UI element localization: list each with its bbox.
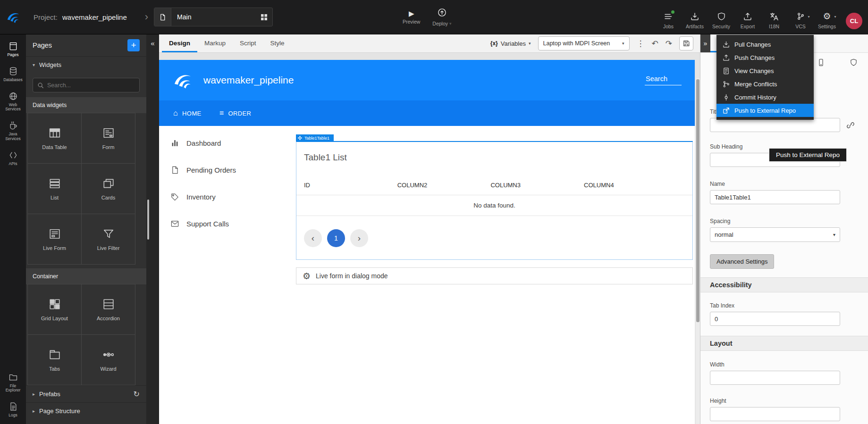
collapse-right-panel-button[interactable]: »: [700, 34, 710, 52]
deploy-button[interactable]: Deploy▾: [432, 8, 451, 26]
database-icon: [8, 67, 18, 76]
widget-data-table[interactable]: Data Table: [27, 113, 82, 164]
rail-item-apis[interactable]: APIs: [0, 148, 26, 169]
name-input[interactable]: [710, 190, 840, 204]
widget-tabs[interactable]: Tabs: [27, 334, 82, 385]
i18n-button[interactable]: I18N: [762, 12, 786, 29]
spacing-select[interactable]: normal ▾: [710, 227, 840, 242]
liveform-label: Live form in dialog mode: [316, 272, 388, 280]
tab-script[interactable]: Script: [233, 34, 263, 52]
collapse-left-panel-button[interactable]: «: [146, 37, 159, 49]
rail-item-pages[interactable]: Pages: [0, 39, 26, 60]
bind-link-icon[interactable]: [846, 121, 854, 129]
widget-search-input[interactable]: [47, 82, 135, 89]
tabs-icon: [49, 349, 61, 361]
rail-item-web-services[interactable]: Web Services: [0, 89, 26, 115]
more-options-button[interactable]: ⋮: [637, 40, 645, 48]
advanced-settings-button[interactable]: Advanced Settings: [710, 254, 774, 269]
tab-design[interactable]: Design: [162, 34, 197, 52]
current-page-name: Main: [177, 13, 261, 21]
rail-item-file-explorer[interactable]: File Explorer: [0, 370, 26, 396]
column-header[interactable]: ID: [304, 182, 397, 189]
menu-commit-history[interactable]: Commit History: [716, 91, 814, 104]
panel-title: Pages: [33, 42, 52, 49]
widget-accordion[interactable]: Accordion: [81, 284, 135, 335]
design-surface[interactable]: wavemaker_pipeline Search ⌂ HOME ≡ ORDER: [159, 60, 695, 424]
menu-merge-conflicts[interactable]: Merge Conflicts: [716, 77, 814, 91]
widget-grid-layout[interactable]: Grid Layout: [27, 284, 82, 335]
menu-pull-changes[interactable]: Pull Changes: [716, 38, 814, 51]
save-button[interactable]: [679, 36, 693, 50]
page-1-button[interactable]: 1: [327, 229, 345, 247]
widget-wizard[interactable]: Wizard: [81, 334, 135, 385]
vcs-dropdown-menu: Pull Changes Push Changes View Changes M…: [716, 35, 814, 120]
next-page-button[interactable]: ›: [350, 229, 368, 247]
column-header[interactable]: COLUMN4: [584, 182, 677, 189]
undo-button[interactable]: ↶: [652, 40, 658, 48]
pull-icon: [723, 41, 730, 48]
page-selector[interactable]: Main: [154, 8, 273, 26]
wizard-icon: [102, 349, 115, 361]
app-search-link[interactable]: Search: [645, 75, 682, 85]
menu-push-to-external-repo[interactable]: Push to External Repo: [716, 104, 814, 117]
widget-search: [33, 78, 140, 92]
sidenav-pending-orders[interactable]: Pending Orders: [159, 157, 283, 183]
add-page-button[interactable]: +: [127, 39, 140, 51]
nav-home[interactable]: ⌂ HOME: [173, 109, 202, 117]
liveform-widget[interactable]: ⚙ Live form in dialog mode: [296, 267, 693, 284]
title-input[interactable]: [710, 118, 840, 132]
widget-live-form[interactable]: Live Form: [27, 214, 82, 265]
user-avatar[interactable]: CL: [846, 13, 862, 29]
shield-icon[interactable]: [850, 58, 858, 67]
prefabs-accordion[interactable]: ▸ Prefabs ↻: [26, 385, 146, 402]
security-button[interactable]: Security: [709, 12, 733, 29]
rail-item-databases[interactable]: Databases: [0, 64, 26, 85]
app-side-nav: Dashboard Pending Orders I: [159, 126, 283, 284]
nav-order[interactable]: ≡ ORDER: [219, 109, 252, 117]
export-button[interactable]: Export: [735, 12, 760, 29]
settings-button[interactable]: ⚙ ▾ Settings: [815, 12, 839, 29]
mobile-device-icon[interactable]: [817, 58, 825, 67]
widget-live-filter[interactable]: Live Filter: [81, 214, 135, 265]
list-icon: [49, 177, 61, 190]
selected-widget-tag[interactable]: Table1Table1: [296, 134, 334, 141]
device-select[interactable]: Laptop with MDPI Screen ▾: [538, 36, 630, 50]
column-header[interactable]: COLUMN3: [490, 182, 584, 189]
sidenav-inventory[interactable]: Inventory: [159, 183, 283, 210]
widget-list[interactable]: List: [27, 163, 82, 214]
menu-view-changes[interactable]: View Changes: [716, 64, 814, 77]
vcs-button[interactable]: ▾ VCS: [788, 12, 813, 29]
preview-button[interactable]: ▶ Preview: [403, 10, 420, 25]
height-input[interactable]: [710, 407, 840, 421]
deploy-icon: [438, 8, 447, 19]
rail-item-logs[interactable]: Logs: [0, 399, 26, 420]
sidenav-support-calls[interactable]: Support Calls: [159, 210, 283, 237]
canvas-scrollbar[interactable]: [696, 78, 700, 424]
width-input[interactable]: [710, 371, 840, 385]
pages-icon: [8, 42, 18, 51]
widget-c ards[interactable]: Cards: [81, 163, 135, 214]
tabindex-input[interactable]: [710, 312, 840, 326]
jobs-button[interactable]: Jobs: [656, 12, 681, 29]
variables-label: Variables: [501, 40, 526, 47]
variables-button[interactable]: {x} Variables ▾: [490, 40, 531, 47]
page-structure-accordion[interactable]: ▸ Page Structure: [26, 402, 146, 419]
wavemaker-logo-icon[interactable]: [0, 0, 26, 34]
page-grid-icon[interactable]: [261, 14, 267, 20]
variables-icon: {x}: [490, 40, 498, 47]
widget-form[interactable]: Form: [81, 113, 135, 164]
prev-page-button[interactable]: ‹: [304, 229, 322, 247]
rail-item-java-services[interactable]: Java Services: [0, 118, 26, 144]
sidenav-dashboard[interactable]: Dashboard: [159, 130, 283, 157]
column-header[interactable]: COLUMN2: [397, 182, 491, 189]
artifacts-button[interactable]: Artifacts: [683, 12, 707, 29]
menu-push-changes[interactable]: Push Changes: [716, 51, 814, 64]
tab-style[interactable]: Style: [263, 34, 292, 52]
widgets-accordion[interactable]: ▾ Widgets: [26, 56, 146, 73]
redo-button[interactable]: ↷: [666, 40, 672, 48]
tab-markup[interactable]: Markup: [197, 34, 233, 52]
left-panel-scrollbar[interactable]: [147, 200, 149, 240]
refresh-icon[interactable]: ↻: [134, 391, 140, 398]
canvas-scrollbar-thumb[interactable]: [696, 79, 699, 322]
table1-widget-selected[interactable]: Table1Table1 Table1 List ID COLUMN2 COLU…: [296, 141, 693, 260]
